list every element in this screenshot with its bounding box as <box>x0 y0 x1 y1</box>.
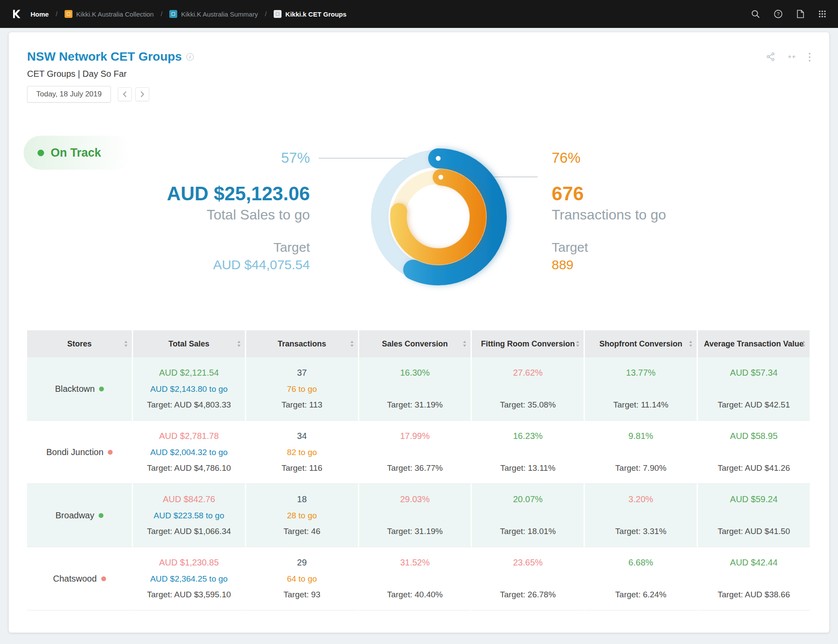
fitting-room-conversion-value: 20.07% <box>513 494 543 504</box>
sales-conversion-value: 17.99% <box>400 431 430 441</box>
breadcrumb-collection[interactable]: Kikki.K Australia Collection <box>65 10 154 18</box>
table-row: Chatswood AUD $1,230.85 AUD $2,364.25 to… <box>27 547 811 610</box>
sales-conversion-target: Target: 31.19% <box>387 400 443 410</box>
sales-target-value: AUD $44,075.54 <box>167 256 310 274</box>
stores-table: Stores Total Sales Transactions Sales Co… <box>27 330 811 610</box>
sort-icon <box>350 341 354 347</box>
sales-conversion-target: Target: 36.77% <box>387 463 443 473</box>
shopfront-conversion-value: 13.77% <box>626 368 656 378</box>
progress-donut-chart <box>351 130 525 304</box>
col-header-fitting-room-conversion[interactable]: Fitting Room Conversion <box>472 330 585 357</box>
transactions-value: 29 <box>297 558 307 568</box>
app-grid-icon[interactable] <box>818 10 827 18</box>
dashboard-card: NSW Network CET Groups i <box>9 32 829 633</box>
transactions-target-label: Target <box>552 239 666 256</box>
shopfront-conversion-target: Target: 6.24% <box>615 590 666 599</box>
notifications-icon[interactable] <box>796 9 805 19</box>
col-header-stores[interactable]: Stores <box>27 330 133 357</box>
status-label: On Track <box>51 146 101 160</box>
breadcrumb-current[interactable]: Kikki.k CET Groups <box>274 10 347 18</box>
transactions-to-go: 82 to go <box>287 448 317 457</box>
sales-to-go-label: Total Sales to go <box>167 205 310 224</box>
col-header-sales-conversion[interactable]: Sales Conversion <box>359 330 472 357</box>
breadcrumb-label: Kikki.k CET Groups <box>285 10 347 18</box>
col-header-average-transaction-value[interactable]: Average Transaction Value <box>698 330 811 357</box>
store-status-dot <box>99 387 104 391</box>
breadcrumb: Home / Kikki.K Australia Collection / Ki… <box>31 10 347 18</box>
total-sales-target: Target: AUD $3,595.10 <box>147 590 231 599</box>
col-header-shopfront-conversion[interactable]: Shopfront Conversion <box>585 330 698 357</box>
store-name: Broadway <box>55 510 94 521</box>
transactions-target-value: 889 <box>552 256 666 274</box>
transactions-target: Target: 46 <box>283 527 320 536</box>
page-subtitle: CET Groups | Day So Far <box>27 69 811 79</box>
sales-conversion-cell: 17.99% Target: 36.77% <box>359 421 472 484</box>
date-picker[interactable]: Today, 18 July 2019 <box>27 86 111 103</box>
col-header-transactions[interactable]: Transactions <box>246 330 359 357</box>
table-body: Blacktown AUD $2,121.54 AUD $2,143.80 to… <box>27 357 811 610</box>
sales-percent: 57% <box>167 149 310 167</box>
sales-conversion-cell: 29.03% Target: 31.19% <box>359 484 472 547</box>
fitting-room-conversion-value: 16.23% <box>513 431 543 441</box>
breadcrumb-separator: / <box>265 10 267 17</box>
col-header-total-sales[interactable]: Total Sales <box>133 330 246 357</box>
store-name: Chatswood <box>53 574 96 584</box>
search-icon[interactable] <box>751 9 760 19</box>
store-status-dot <box>101 576 106 581</box>
prev-date-button[interactable] <box>118 87 132 101</box>
average-transaction-value: AUD $57.34 <box>730 368 778 378</box>
shopfront-conversion-target: Target: 3.31% <box>615 527 666 536</box>
transactions-cell: 37 76 to go Target: 113 <box>246 357 359 421</box>
sales-target-label: Target <box>167 239 310 256</box>
breadcrumb-home[interactable]: Home <box>31 10 49 18</box>
topbar: Home / Kikki.K Australia Collection / Ki… <box>0 0 838 28</box>
average-transaction-target: Target: AUD $38.66 <box>718 590 790 599</box>
breadcrumb-summary[interactable]: Kikki.K Australia Summary <box>169 10 258 18</box>
total-sales-target: Target: AUD $1,066.34 <box>147 527 231 536</box>
shopfront-conversion-cell: 3.20% Target: 3.31% <box>585 484 698 547</box>
store-cell: Chatswood <box>27 547 133 610</box>
sales-conversion-cell: 31.52% Target: 40.40% <box>359 547 472 610</box>
fitting-room-conversion-target: Target: 13.11% <box>500 463 555 473</box>
total-sales-target: Target: AUD $4,786.10 <box>147 463 231 473</box>
fitting-room-conversion-value: 23.65% <box>513 558 543 568</box>
store-status-dot <box>99 513 103 518</box>
table-row: Broadway AUD $842.76 AUD $223.58 to go T… <box>27 484 811 547</box>
info-icon[interactable]: i <box>186 53 194 61</box>
average-transaction-value-cell: AUD $57.34 Target: AUD $42.51 <box>698 357 811 421</box>
total-sales-to-go: AUD $2,364.25 to go <box>150 574 227 584</box>
resize-icon[interactable] <box>787 52 796 62</box>
store-cell: Blacktown <box>27 357 133 421</box>
transactions-kpi: 76% 676 Transactions to go Target 889 <box>552 149 666 274</box>
fitting-room-conversion-value: 27.62% <box>513 368 543 378</box>
more-options-icon[interactable] <box>808 52 811 62</box>
average-transaction-target: Target: AUD $42.51 <box>718 400 790 410</box>
next-date-button[interactable] <box>135 87 149 101</box>
transactions-to-go-label: Transactions to go <box>552 205 666 224</box>
total-sales-to-go: AUD $223.58 to go <box>154 511 224 521</box>
collection-icon <box>65 10 72 18</box>
app-logo[interactable] <box>11 9 22 19</box>
transactions-to-go-value: 676 <box>552 182 666 205</box>
svg-text:?: ? <box>777 11 780 17</box>
transactions-target: Target: 116 <box>282 463 323 473</box>
transactions-to-go: 64 to go <box>287 574 317 584</box>
average-transaction-value: AUD $59.24 <box>730 494 778 504</box>
share-icon[interactable] <box>766 52 775 62</box>
average-transaction-target: Target: AUD $41.26 <box>718 463 790 473</box>
status-dot <box>38 150 44 156</box>
transactions-cell: 29 64 to go Target: 93 <box>246 547 359 610</box>
store-cell: Broadway <box>27 484 133 547</box>
total-sales-value: AUD $2,781.78 <box>159 431 219 441</box>
app-logo-icon <box>11 9 22 19</box>
sales-conversion-value: 31.52% <box>400 558 430 568</box>
total-sales-to-go: AUD $2,004.32 to go <box>150 448 227 457</box>
sort-icon <box>689 341 693 347</box>
help-icon[interactable]: ? <box>773 9 783 19</box>
table-row: Bondi Junction AUD $2,781.78 AUD $2,004.… <box>27 421 811 484</box>
fitting-room-conversion-cell: 16.23% Target: 13.11% <box>472 421 585 484</box>
average-transaction-value-cell: AUD $58.95 Target: AUD $41.26 <box>698 421 811 484</box>
breadcrumb-separator: / <box>161 10 162 17</box>
total-sales-cell: AUD $2,781.78 AUD $2,004.32 to go Target… <box>133 421 246 484</box>
sales-kpi: 57% AUD $25,123.06 Total Sales to go Tar… <box>167 149 310 274</box>
